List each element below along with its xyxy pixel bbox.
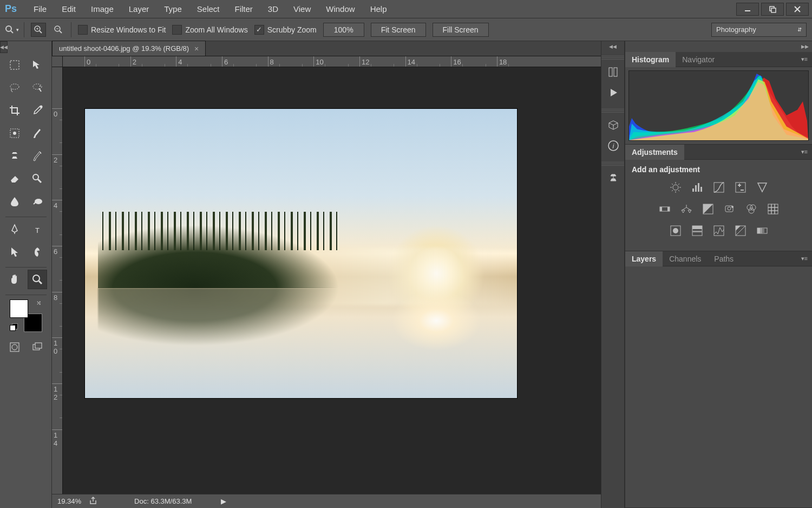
zoom-all-checkbox[interactable]: Zoom All Windows [172, 25, 247, 35]
tool-preset-icon[interactable]: ▾ [5, 24, 17, 36]
zoom-out-icon[interactable] [53, 24, 64, 36]
invert-icon[interactable] [669, 224, 683, 238]
tab-close-icon[interactable]: × [194, 44, 199, 53]
ruler-origin[interactable] [52, 56, 63, 67]
channel-mixer-icon[interactable] [744, 202, 758, 216]
shape-tool[interactable] [28, 242, 47, 262]
brightness-contrast-icon[interactable] [669, 180, 683, 194]
vertical-ruler[interactable]: 02468101214 [52, 67, 63, 494]
tab-histogram[interactable]: Histogram [625, 52, 676, 67]
menu-view[interactable]: View [286, 0, 318, 18]
hue-saturation-icon[interactable] [658, 202, 672, 216]
menu-file[interactable]: File [26, 0, 54, 18]
svg-point-63 [747, 205, 752, 210]
panel-menu-icon[interactable]: ▾≡ [797, 148, 812, 155]
panel-menu-icon[interactable]: ▾≡ [797, 255, 812, 262]
hand-tool[interactable] [5, 270, 24, 289]
dodge-tool[interactable] [28, 169, 47, 188]
tab-layers[interactable]: Layers [625, 251, 663, 266]
menu-3d[interactable]: 3D [260, 0, 286, 18]
exposure-icon[interactable] [734, 180, 748, 194]
info-panel-icon[interactable]: i [601, 135, 625, 156]
menu-help[interactable]: Help [363, 0, 395, 18]
eyedropper-tool[interactable] [28, 101, 47, 120]
vibrance-icon[interactable] [755, 180, 769, 194]
color-lookup-icon[interactable] [766, 202, 780, 216]
clone-source-panel-icon[interactable] [601, 168, 625, 188]
menu-filter[interactable]: Filter [227, 0, 260, 18]
lasso-tool[interactable] [5, 78, 24, 97]
dock-collapse-handle[interactable]: ◀◀ [601, 41, 624, 52]
properties-panel-icon[interactable] [601, 62, 625, 82]
horizontal-ruler[interactable]: 024681012141618 [63, 56, 601, 67]
share-icon[interactable] [89, 496, 97, 506]
color-swatches[interactable]: ⤭ [10, 299, 42, 332]
fill-screen-button[interactable]: Fill Screen [433, 23, 489, 37]
svg-rect-51 [736, 183, 745, 192]
eraser-tool[interactable] [5, 169, 24, 188]
crop-tool[interactable] [5, 101, 24, 120]
marquee-tool[interactable] [5, 55, 24, 75]
histogram-display[interactable] [628, 70, 809, 141]
layers-list[interactable] [625, 266, 812, 429]
reset-colors-icon[interactable] [10, 323, 17, 331]
status-zoom[interactable]: 19.34% [57, 497, 81, 505]
gradient-map-icon[interactable] [755, 224, 769, 238]
panels-collapse-handle[interactable]: ▶▶ [798, 41, 812, 52]
threshold-icon[interactable] [712, 224, 726, 238]
menu-edit[interactable]: Edit [54, 0, 83, 18]
tab-navigator[interactable]: Navigator [676, 52, 721, 67]
zoom-tool[interactable] [28, 270, 47, 289]
move-tool[interactable] [28, 55, 47, 75]
panel-menu-icon[interactable]: ▾≡ [797, 56, 812, 63]
tab-adjustments[interactable]: Adjustments [625, 145, 684, 160]
canvas-viewport[interactable] [63, 67, 601, 494]
resize-windows-checkbox[interactable]: Resize Windows to Fit [78, 25, 166, 35]
black-white-icon[interactable] [701, 202, 715, 216]
menu-window[interactable]: Window [318, 0, 362, 18]
zoom-in-icon[interactable] [31, 23, 46, 37]
menu-layer[interactable]: Layer [121, 0, 157, 18]
document-tab[interactable]: untitled shoot-0406.jpg @ 19.3% (RGB/8) … [52, 41, 206, 56]
tab-paths[interactable]: Paths [708, 251, 740, 266]
menu-image[interactable]: Image [83, 0, 121, 18]
history-brush-tool[interactable] [28, 146, 47, 166]
color-balance-icon[interactable] [679, 202, 693, 216]
blur-tool[interactable] [5, 192, 24, 211]
menu-type[interactable]: Type [156, 0, 189, 18]
toolbox-collapse-handle[interactable]: ◀◀ [0, 41, 8, 53]
close-button[interactable] [786, 3, 809, 16]
quick-selection-tool[interactable] [5, 123, 24, 143]
magic-wand-tool[interactable] [28, 78, 47, 97]
selective-color-icon[interactable] [734, 224, 748, 238]
tab-channels[interactable]: Channels [663, 251, 708, 266]
swap-colors-icon[interactable]: ⤭ [36, 299, 41, 307]
maximize-button[interactable] [761, 3, 784, 16]
fit-screen-button[interactable]: Fit Screen [371, 23, 426, 37]
levels-icon[interactable] [690, 180, 704, 194]
scrubby-zoom-checkbox[interactable]: ✓ Scrubby Zoom [254, 25, 317, 35]
document-canvas[interactable] [84, 108, 518, 399]
posterize-icon[interactable] [690, 224, 704, 238]
zoom-level-field[interactable]: 100% [323, 23, 364, 37]
foreground-color-swatch[interactable] [10, 299, 28, 318]
quickmask-tool[interactable] [5, 337, 24, 357]
app-logo[interactable]: Ps [3, 2, 18, 17]
curves-icon[interactable] [712, 180, 726, 194]
clone-stamp-tool[interactable] [5, 146, 24, 166]
path-selection-tool[interactable] [5, 242, 24, 262]
photo-filter-icon[interactable] [723, 202, 737, 216]
play-icon[interactable]: ▶ [221, 497, 226, 505]
status-doc-info[interactable]: Doc: 63.3M/63.3M [134, 497, 192, 505]
pen-tool[interactable] [5, 219, 24, 239]
minimize-button[interactable] [736, 3, 759, 16]
3d-panel-icon[interactable] [601, 115, 625, 135]
menu-select[interactable]: Select [189, 0, 227, 18]
actions-panel-icon[interactable] [601, 82, 625, 103]
workspace-dropdown[interactable]: Photography ⇵ [711, 23, 807, 37]
brush-tool[interactable] [28, 123, 47, 143]
screen-mode-tool[interactable] [28, 337, 47, 357]
gradient-tool[interactable] [28, 192, 47, 211]
svg-rect-30 [35, 343, 42, 348]
text-tool[interactable]: T [28, 219, 47, 239]
